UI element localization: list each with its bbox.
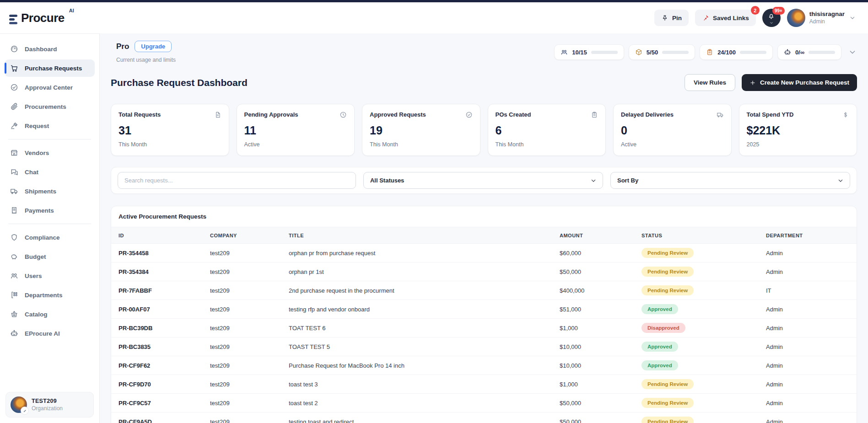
robot-icon [10,329,18,337]
table-row[interactable]: PR-354458 test209 orphan pr from purchas… [111,244,857,262]
sidebar-item-procurements[interactable]: Procurements [5,98,95,115]
cell-company: test209 [210,325,289,332]
sidebar-item-vendors[interactable]: Vendors [5,144,95,161]
shield-icon [10,233,18,241]
status-badge: Pending Review [642,267,694,277]
notifications-badge: 99+ [772,7,785,15]
table-row[interactable]: PR-00AF07 test209 testing rfp and vendor… [111,300,857,319]
stat-label: Total Requests [119,111,161,118]
table-row[interactable]: PR-7FABBF test209 2nd purchase request i… [111,281,857,300]
pushpin-icon [702,14,709,21]
cell-title: Purchase Request for MacBook Pro 14 inch [289,362,560,369]
sidebar-item-departments[interactable]: Departments [5,286,95,304]
cell-id: PR-BC39DB [119,325,210,332]
stat-label: Delayed Deliveries [621,111,674,118]
sidebar-item-payments[interactable]: Payments [5,202,95,219]
sidebar-item-eprocure-ai[interactable]: EProcure AI [5,325,95,342]
status-badge: Approved [642,304,678,314]
sidebar-item-label: Payments [25,207,54,214]
usage-pill[interactable]: 24/100 [700,44,773,60]
org-edit-button[interactable] [21,407,28,414]
usage-pills: 10/15 5/50 24/100 0/∞ [554,44,857,60]
status-badge: Pending Review [642,285,694,295]
cell-company: test209 [210,250,289,257]
cell-id: PR-7FABBF [119,287,210,294]
stat-sub-label: This Month [119,141,221,148]
document-icon [214,111,221,118]
stat-label: Approved Requests [370,111,426,118]
plan-usage-bar: Pro Upgrade Current usage and limits 10/… [111,33,857,63]
usage-pill[interactable]: 10/15 [554,44,624,60]
sidebar-item-compliance[interactable]: Compliance [5,229,95,246]
sidebar-item-label: Users [25,273,42,279]
upgrade-button[interactable]: Upgrade [135,41,172,52]
table-row[interactable]: PR-CF9F62 test209 Purchase Request for M… [111,356,857,375]
stat-card-approved-requests: Approved Requests 19 This Month [362,104,480,156]
sidebar-item-chat[interactable]: Chat [5,163,95,181]
saved-links-button[interactable]: Saved Links 2 [695,10,756,26]
stat-card-total-spend-ytd: Total Spend YTD $221K 2025 [739,104,857,156]
sidebar-item-dashboard[interactable]: Dashboard [5,40,95,58]
status-filter-select[interactable]: All Statuses [363,172,603,189]
table-row[interactable]: PR-CF9A5D test209 testing toast and redi… [111,412,857,423]
stat-sub-label: This Month [496,141,598,148]
cell-amount: $10,000 [560,362,642,369]
org-switcher[interactable]: TEST209 Organization [5,392,94,418]
sidebar-item-request[interactable]: Request [5,117,95,134]
sidebar-item-label: Purchase Requests [25,65,82,72]
sidebar-item-budget[interactable]: Budget [5,248,95,265]
search-input[interactable] [118,172,356,189]
create-new-purchase-request-button[interactable]: Create New Purchase Request [742,74,857,91]
cell-company: test209 [210,381,289,388]
usage-pill[interactable]: 5/50 [629,44,695,60]
sidebar-item-label: Vendors [25,150,49,156]
pin-button[interactable]: Pin [654,10,689,26]
sidebar-item-shipments[interactable]: Shipments [5,182,95,200]
usage-pill[interactable]: 0/∞ [777,44,841,60]
status-badge: Approved [642,360,678,370]
usage-value: 24/100 [717,49,736,56]
sidebar-item-users[interactable]: Users [5,267,95,284]
column-header-status: STATUS [642,233,766,238]
table-row[interactable]: PR-BC3835 test209 TOAST TEST 5 $10,000 A… [111,337,857,356]
notifications-button[interactable]: 99+ [762,9,781,27]
basket-icon [10,310,18,318]
cell-company: test209 [210,343,289,350]
cell-id: PR-CF9F62 [119,362,210,369]
package-icon [635,48,642,56]
user-name: thisisragnar [809,11,845,18]
sidebar-item-catalog[interactable]: Catalog [5,305,95,323]
sidebar-item-purchase-requests[interactable]: Purchase Requests [5,59,95,77]
chevron-down-icon[interactable] [849,14,856,21]
sidebar-item-approval-center[interactable]: Approval Center [5,79,95,96]
table-row[interactable]: PR-354384 test209 orphan pr 1st $50,000 … [111,262,857,281]
cell-amount: $50,000 [560,400,642,407]
table-row[interactable]: PR-CF9D70 test209 toast test 3 $1,000 Pe… [111,375,857,394]
brand-logo-icon [9,15,17,24]
cell-id: PR-CF9A5D [119,418,210,423]
cell-id: PR-CF9D70 [119,381,210,388]
table-row[interactable]: PR-CF9C57 test209 toast test 2 $50,000 P… [111,394,857,412]
stat-card-pending-approvals: Pending Approvals 11 Active [237,104,355,156]
brand-logo[interactable]: Procure AI [9,11,74,25]
usage-collapse-chevron-icon[interactable] [848,48,857,57]
org-type: Organization [32,405,63,412]
cell-title: TOAT TEST 6 [289,325,560,332]
table-title: Active Procurement Requests [111,206,857,227]
pencil-icon [23,407,27,415]
stat-sub-label: This Month [370,141,473,148]
pin-icon [661,14,669,21]
cell-department: Admin [766,418,849,423]
receipt-icon [10,206,18,214]
table-body: PR-354458 test209 orphan pr from purchas… [111,244,857,423]
view-rules-button[interactable]: View Rules [685,74,735,91]
chevron-down-icon [769,19,774,23]
sort-by-select[interactable]: Sort By [610,172,850,189]
user-menu[interactable]: thisisragnar Admin [787,9,856,27]
stat-label: POs Created [496,111,531,118]
users-icon [10,272,18,280]
table-row[interactable]: PR-BC39DB test209 TOAT TEST 6 $1,000 Dis… [111,319,857,337]
sidebar-item-label: Dashboard [25,46,57,53]
cell-company: test209 [210,362,289,369]
header-actions: Pin Saved Links 2 99+ thisisragnar Admin [654,9,856,27]
